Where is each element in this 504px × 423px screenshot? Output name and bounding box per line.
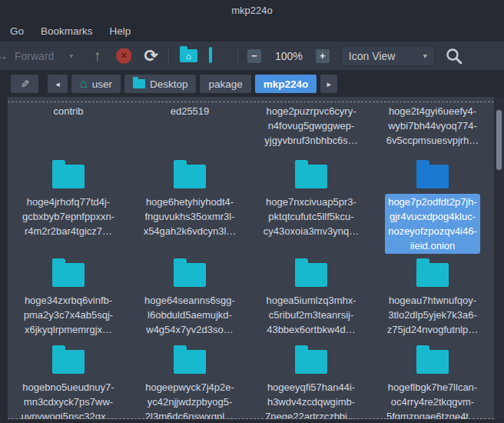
file-name-label[interactable]: hoge2puzrpvc6cyry- n4fovug5gwggwep- yjgy…	[261, 103, 360, 148]
file-grid-row: hoge34zxrbq6vinfb- pma2y3c7x4ab5sqj- x6j…	[8, 254, 494, 338]
file-icon-view[interactable]: contribed25519hoge2puzrpvc6cyry- n4fovug…	[0, 97, 504, 423]
desktop-icon	[209, 47, 212, 63]
home-icon: ⌂	[80, 78, 88, 90]
breadcrumb-user[interactable]: ⌂ user	[71, 75, 121, 93]
file-name-label[interactable]: hoge64seanns6sgg- l6obduld5aemujkd- w4g5…	[141, 292, 238, 338]
breadcrumb-desktop[interactable]: Desktop	[124, 75, 197, 93]
pencil-icon: ✎	[18, 79, 31, 88]
breadcrumb-mkp224o-active[interactable]: mkp224o	[255, 75, 317, 93]
folder-icon[interactable]	[295, 165, 327, 188]
folder-icon[interactable]	[295, 263, 327, 287]
menu-bookmarks[interactable]: Bookmarks	[32, 22, 101, 40]
scrollbar-track[interactable]	[494, 97, 504, 419]
file-item[interactable]: hoge64seanns6sgg- l6obduld5aemujkd- w4g5…	[129, 254, 250, 338]
file-item[interactable]: hoge2puzrpvc6cyry- n4fovug5gwggwep- yjgy…	[250, 103, 372, 148]
folder-icon[interactable]	[416, 350, 449, 374]
forward-arrow-icon[interactable]: →	[0, 48, 8, 64]
home-button[interactable]: ⌂	[180, 49, 197, 62]
title-bar: mkp224o	[0, 0, 504, 20]
file-item[interactable]: hogeeyqfi57han44i- h3wdv4zcdqwgimb- 7neg…	[250, 341, 372, 423]
stop-x-icon: ✕	[121, 51, 128, 61]
chevron-down-icon: ▾	[423, 52, 427, 60]
breadcrumb-next-button[interactable]: ▸	[320, 75, 337, 93]
file-name-label[interactable]: ed25519	[167, 103, 213, 119]
scrollbar-thumb[interactable]	[496, 110, 502, 170]
file-item[interactable]: hogea5iumlzq3mhx- c5ribuf2m3teanrsij- 43…	[250, 254, 372, 338]
stop-button[interactable]: ✕	[116, 48, 131, 64]
home-icon: ⌂	[186, 52, 191, 61]
view-mode-value: Icon View	[349, 50, 395, 62]
view-mode-select[interactable]: Icon View ▾	[341, 45, 435, 66]
file-name-label[interactable]: hogeau7htwnufqoy- 3tlo2dlp5yjek7k3a6- z7…	[384, 292, 482, 338]
path-bar: ✎ ◂ ⌂ user Desktop pakage mkp224o ▸	[0, 71, 504, 97]
forward-dropdown-icon[interactable]: ▾	[69, 52, 73, 60]
file-name-label[interactable]: hoge4jrhofq77td4j- gcbxbyb7epnfppxxn- r4…	[19, 194, 118, 239]
search-icon	[445, 47, 463, 65]
view-top-dashed-border	[8, 102, 494, 102]
folder-icon[interactable]	[174, 165, 206, 188]
menu-go[interactable]: Go	[2, 22, 32, 40]
file-grid-row: contribed25519hoge2puzrpvc6cyry- n4fovug…	[8, 103, 494, 148]
file-name-label[interactable]: hogeepwyck7j4p2e- yc42njjwdzpbyog5- 2l3m…	[142, 379, 237, 423]
zoom-out-button[interactable]: −	[247, 49, 261, 63]
file-grid-row: hoge4jrhofq77td4j- gcbxbyb7epnfppxxn- r4…	[8, 155, 494, 254]
menu-help[interactable]: Help	[101, 22, 140, 40]
file-item[interactable]: contrib	[8, 103, 129, 148]
toolbar: → Forward ▾ ↑ ✕ ⟳ ⌂ − 100% + Icon View ▾	[0, 42, 504, 71]
toolbar-separator	[237, 48, 238, 65]
up-button[interactable]: ↑	[93, 47, 101, 65]
file-name-label[interactable]: contrib	[50, 103, 86, 119]
menu-bar: Go Bookmarks Help	[0, 20, 504, 42]
file-item[interactable]: hogebno5ueudnuy7- mn3cdxyck7ps7ww- uvnvw…	[8, 341, 129, 423]
view-bottom-dashed-border	[8, 418, 494, 419]
file-item[interactable]: hogeepwyck7j4p2e- yc42njjwdzpbyog5- 2l3m…	[129, 341, 250, 423]
breadcrumb-pakage[interactable]: pakage	[200, 75, 250, 93]
file-item[interactable]: hoge2t4gyi6ueefy4- wybi7bh44vyoq774- 6v5…	[372, 103, 493, 148]
zoom-level: 100%	[273, 50, 305, 62]
folder-icon[interactable]	[416, 165, 449, 188]
folder-icon[interactable]	[416, 263, 449, 287]
file-name-label[interactable]: hoge34zxrbq6vinfb- pma2y3c7x4ab5sqj- x6j…	[21, 292, 116, 338]
folder-icon[interactable]	[52, 263, 85, 287]
file-name-label[interactable]: hogeeyqfi57han44i- h3wdv4zcdqwgimb- 7neg…	[262, 379, 360, 423]
edit-path-button[interactable]: ✎	[11, 75, 38, 93]
file-item[interactable]: hoge4jrhofq77td4j- gcbxbyb7epnfppxxn- r4…	[8, 155, 129, 254]
left-edge	[0, 97, 8, 423]
folder-icon[interactable]	[174, 350, 206, 374]
folder-icon	[133, 79, 145, 88]
file-item[interactable]: hoge34zxrbq6vinfb- pma2y3c7x4ab5sqj- x6j…	[8, 254, 129, 338]
file-item[interactable]: ed25519	[129, 103, 250, 148]
file-name-label[interactable]: hoge7nxcivuap5pr3- pktqtcufutc5llf5kcu- …	[260, 194, 362, 239]
bottom-edge	[0, 419, 504, 423]
file-item[interactable]: hoge7nxcivuap5pr3- pktqtcufutc5llf5kcu- …	[250, 155, 372, 254]
window-title: mkp224o	[231, 5, 272, 16]
file-name-label[interactable]: hoge6hetyhiyhodt4- fnguvukhs35oxmr3l- x5…	[141, 194, 240, 239]
file-name-label[interactable]: hogea5iumlzq3mhx- c5ribuf2m3teanrsij- 43…	[263, 292, 359, 338]
file-grid-row: hogebno5ueudnuy7- mn3cdxyck7ps7ww- uvnvw…	[8, 341, 494, 423]
file-item[interactable]: hoge6hetyhiyhodt4- fnguvukhs35oxmr3l- x5…	[129, 155, 250, 254]
file-name-label[interactable]: hoge2t4gyi6ueefy4- wybi7bh44vyoq774- 6v5…	[383, 103, 482, 148]
breadcrumb-prev-button[interactable]: ◂	[48, 75, 68, 93]
file-item-selected[interactable]: hoge7p2odfdt2p7jh- gjr4vucxdpog4kluc- no…	[372, 155, 493, 254]
file-name-label[interactable]: hoge7p2odfdt2p7jh- gjr4vucxdpog4kluc- no…	[385, 194, 480, 254]
file-name-label[interactable]: hogebno5ueudnuy7- mn3cdxyck7ps7ww- uvnvw…	[18, 379, 119, 423]
file-item[interactable]: hogeflbgk7he7llcan- oc4rry4re2tkqgvm- 5f…	[372, 341, 493, 423]
folder-icon[interactable]	[52, 350, 85, 374]
zoom-in-button[interactable]: +	[316, 49, 330, 63]
refresh-button[interactable]: ⟳	[144, 48, 158, 65]
folder-icon[interactable]	[174, 263, 206, 287]
file-item[interactable]: hogeau7htwnufqoy- 3tlo2dlp5yjek7k3a6- z7…	[372, 254, 493, 338]
folder-icon[interactable]	[52, 165, 85, 188]
folder-icon[interactable]	[295, 350, 327, 374]
file-name-label[interactable]: hogeflbgk7he7llcan- oc4rry4re2tkqgvm- 5f…	[383, 379, 482, 423]
desktop-button[interactable]	[209, 48, 227, 64]
forward-button[interactable]: Forward	[15, 50, 54, 62]
search-button[interactable]	[445, 47, 463, 65]
toolbar-separator	[168, 48, 169, 65]
